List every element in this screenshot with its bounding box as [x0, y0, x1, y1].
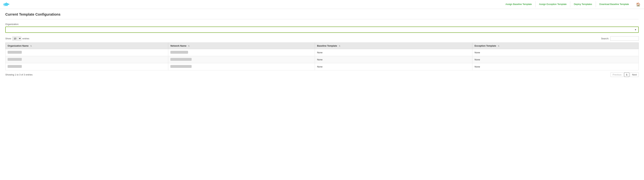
- cell-baseline-template: None: [315, 63, 472, 70]
- entries-select[interactable]: 10 25 50 100: [12, 37, 22, 41]
- header: CISCO Assign Baseline Template Assign Ex…: [0, 0, 644, 9]
- nav-deploy-templates[interactable]: Deploy Templates: [570, 2, 596, 7]
- network-name-placeholder: [170, 65, 192, 68]
- col-org-name-label: Organization Name: [8, 45, 28, 47]
- col-baseline-template: Baseline Template ⇅: [315, 43, 472, 49]
- cell-exception-template: None: [472, 63, 639, 70]
- table-header-row: Organization Name ⇅ Network Name ⇅ Basel…: [6, 43, 639, 49]
- network-name-placeholder: [170, 58, 192, 61]
- cell-org-name: [6, 63, 168, 70]
- col-exception-template-label: Exception Template: [474, 45, 496, 47]
- svg-rect-4: [8, 4, 9, 5]
- pagination-controls: Previous 1 Next: [610, 72, 639, 77]
- divider: [5, 19, 639, 19]
- col-exception-template: Exception Template ⇅: [472, 43, 639, 49]
- page-1-button[interactable]: 1: [624, 72, 629, 77]
- search-input[interactable]: [610, 36, 639, 41]
- table-controls: Show 10 25 50 100 entries Search:: [5, 36, 639, 41]
- cell-network-name: [168, 49, 315, 56]
- org-name-placeholder: [8, 51, 22, 54]
- col-baseline-template-label: Baseline Template: [317, 45, 337, 47]
- org-name-placeholder: [8, 58, 22, 61]
- cell-org-name: [6, 49, 168, 56]
- table-row: NoneNone: [6, 56, 639, 63]
- org-select-wrapper: ▼: [5, 27, 639, 33]
- cell-baseline-template: None: [315, 56, 472, 63]
- search-box: Search:: [601, 36, 639, 41]
- org-name-placeholder: [8, 65, 22, 68]
- cell-network-name: [168, 63, 315, 70]
- show-label: Show: [5, 37, 11, 40]
- network-name-placeholder: [170, 51, 188, 54]
- col-baseline-template-sort-icon[interactable]: ⇅: [339, 45, 340, 47]
- col-exception-template-sort-icon[interactable]: ⇅: [498, 45, 499, 47]
- org-label: Organization:: [5, 23, 639, 26]
- main-content: Current Template Configurations Organiza…: [0, 9, 644, 80]
- page-title: Current Template Configurations: [5, 13, 639, 17]
- nav-download-baseline[interactable]: Download Baseline Template: [596, 2, 632, 7]
- table-header: Organization Name ⇅ Network Name ⇅ Basel…: [6, 43, 639, 49]
- col-org-name: Organization Name ⇅: [6, 43, 168, 49]
- col-network-name: Network Name ⇅: [168, 43, 315, 49]
- nav-links: Assign Baseline Template Assign Exceptio…: [502, 2, 632, 7]
- data-table: Organization Name ⇅ Network Name ⇅ Basel…: [5, 43, 639, 70]
- home-icon[interactable]: 🏠: [636, 2, 640, 7]
- entries-label: entries: [22, 37, 29, 40]
- show-entries: Show 10 25 50 100 entries: [5, 37, 29, 41]
- cisco-logo: CISCO: [4, 2, 14, 7]
- org-select[interactable]: [5, 27, 639, 33]
- col-network-name-label: Network Name: [170, 45, 186, 47]
- nav-assign-exception[interactable]: Assign Exception Template: [536, 2, 570, 7]
- next-button[interactable]: Next: [630, 72, 639, 77]
- cell-exception-template: None: [472, 56, 639, 63]
- col-org-name-sort-icon[interactable]: ⇅: [30, 45, 32, 47]
- cell-org-name: [6, 56, 168, 63]
- org-section: Organization: ▼: [5, 23, 639, 33]
- svg-text:CISCO: CISCO: [4, 5, 8, 6]
- cell-exception-template: None: [472, 49, 639, 56]
- table-body: NoneNoneNoneNoneNoneNone: [6, 49, 639, 70]
- showing-text: Showing 1 to 3 of 3 entries: [5, 73, 32, 76]
- svg-rect-0: [4, 4, 4, 5]
- nav-assign-baseline[interactable]: Assign Baseline Template: [502, 2, 536, 7]
- cell-baseline-template: None: [315, 49, 472, 56]
- table-row: NoneNone: [6, 49, 639, 56]
- previous-button[interactable]: Previous: [610, 72, 624, 77]
- col-network-name-sort-icon[interactable]: ⇅: [188, 45, 190, 47]
- pagination-section: Showing 1 to 3 of 3 entries Previous 1 N…: [5, 72, 639, 77]
- table-row: NoneNone: [6, 63, 639, 70]
- cell-network-name: [168, 56, 315, 63]
- search-label: Search:: [601, 37, 609, 40]
